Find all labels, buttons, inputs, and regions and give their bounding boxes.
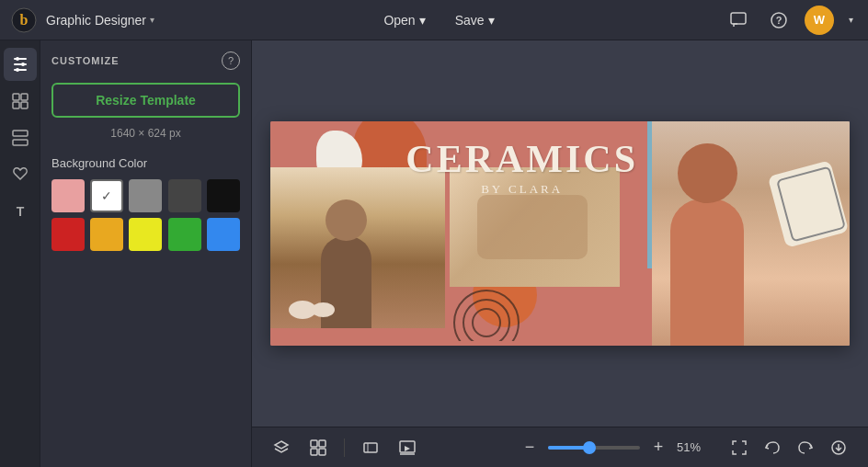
ceramics-title-text: CERAMICS <box>405 140 638 178</box>
svg-rect-21 <box>311 440 317 447</box>
bg-color-label: Background Color <box>51 156 240 170</box>
topbar-center: Open ▾ Save ▾ <box>154 7 724 33</box>
svg-point-19 <box>463 300 509 341</box>
sidebar-help-button[interactable]: ? <box>222 51 240 70</box>
svg-rect-15 <box>13 131 28 136</box>
color-swatch-red[interactable] <box>51 218 85 251</box>
color-swatch-orange[interactable] <box>90 218 123 251</box>
zoom-in-button[interactable]: + <box>647 437 669 459</box>
user-chevron-icon: ▾ <box>849 15 853 25</box>
color-swatch-pink[interactable] <box>51 179 85 212</box>
nav-favorites-button[interactable] <box>4 158 37 191</box>
svg-text:b: b <box>20 12 29 28</box>
sidebar-panel: CUSTOMIZE ? Resize Template 1640 × 624 p… <box>40 40 252 467</box>
svg-rect-23 <box>311 449 317 455</box>
bottom-bar: − + 51% <box>252 427 868 467</box>
svg-rect-16 <box>13 140 28 145</box>
svg-rect-11 <box>13 94 19 100</box>
color-swatch-yellow[interactable] <box>129 218 162 251</box>
svg-rect-25 <box>364 443 377 452</box>
open-chevron-icon: ▾ <box>419 13 426 28</box>
zoom-slider-thumb[interactable] <box>583 441 596 454</box>
ceramics-title: CERAMICS BY CLARA <box>405 140 638 197</box>
color-grid: ✓ <box>51 179 240 251</box>
svg-point-6 <box>16 57 19 61</box>
layers-button[interactable] <box>267 433 296 462</box>
svg-text:?: ? <box>776 15 782 26</box>
app-title[interactable]: Graphic Designer ▾ <box>46 13 154 28</box>
svg-rect-22 <box>319 440 326 447</box>
user-chevron-button[interactable]: ▾ <box>845 11 857 28</box>
user-avatar[interactable]: W <box>805 6 834 35</box>
photo-right <box>652 121 850 346</box>
customize-label: CUSTOMIZE <box>51 55 120 66</box>
concentric-circles <box>450 286 523 341</box>
svg-point-10 <box>16 68 19 72</box>
save-button[interactable]: Save ▾ <box>444 7 506 33</box>
zoom-out-button[interactable]: − <box>519 437 541 459</box>
svg-rect-13 <box>13 102 19 108</box>
svg-rect-14 <box>21 102 28 108</box>
canvas-area: CERAMICS BY CLARA <box>252 40 868 467</box>
undo-button[interactable] <box>758 433 787 462</box>
color-swatch-gray[interactable] <box>129 179 162 212</box>
help-icon-button[interactable]: ? <box>764 6 794 35</box>
color-swatch-blue[interactable] <box>207 218 240 251</box>
nav-grid-button[interactable] <box>4 121 37 154</box>
bottom-divider <box>344 439 345 457</box>
zoom-slider[interactable] <box>548 446 640 450</box>
topbar: b Graphic Designer ▾ Open ▾ Save ▾ ? <box>0 0 868 40</box>
svg-rect-26 <box>400 441 415 452</box>
sidebar-header: CUSTOMIZE ? <box>51 51 240 70</box>
save-chevron-icon: ▾ <box>488 13 495 28</box>
canvas-workspace[interactable]: CERAMICS BY CLARA <box>252 40 868 427</box>
svg-point-20 <box>473 309 500 336</box>
canvas-design[interactable]: CERAMICS BY CLARA <box>270 121 850 346</box>
topbar-right: ? W ▾ <box>724 6 857 35</box>
resize-template-button[interactable]: Resize Template <box>51 83 240 118</box>
zoom-controls: − + 51% <box>519 437 710 459</box>
fit-to-screen-button[interactable] <box>725 433 754 462</box>
left-nav: T <box>0 40 40 467</box>
resize-canvas-button[interactable] <box>356 433 385 462</box>
color-swatch-white[interactable]: ✓ <box>90 179 123 212</box>
main-area: T CUSTOMIZE ? Resize Template 1640 × 624… <box>0 40 868 467</box>
download-button[interactable] <box>824 433 853 462</box>
svg-point-8 <box>21 63 25 66</box>
zoom-percent-label: 51% <box>677 440 710 454</box>
zoom-slider-fill <box>548 446 585 450</box>
color-swatch-green[interactable] <box>168 218 201 251</box>
svg-text:T: T <box>16 204 24 219</box>
nav-customize-button[interactable] <box>4 48 37 81</box>
color-swatch-dark-gray[interactable] <box>168 179 201 212</box>
bottom-right-icons <box>725 433 853 462</box>
nav-elements-button[interactable] <box>4 85 37 118</box>
present-button[interactable] <box>393 433 422 462</box>
nav-text-button[interactable]: T <box>4 195 37 228</box>
grid-view-button[interactable] <box>303 433 333 462</box>
open-button[interactable]: Open ▾ <box>372 7 436 33</box>
svg-rect-12 <box>21 94 28 100</box>
svg-rect-24 <box>319 449 326 455</box>
dimensions-text: 1640 × 624 px <box>51 127 240 140</box>
color-swatch-black[interactable] <box>207 179 240 212</box>
ceramics-subtitle-text: BY CLARA <box>405 182 638 197</box>
design-content: CERAMICS BY CLARA <box>270 121 850 346</box>
svg-rect-2 <box>731 13 746 24</box>
app-logo[interactable]: b <box>11 7 37 33</box>
redo-button[interactable] <box>791 433 820 462</box>
chat-icon-button[interactable] <box>724 6 753 35</box>
